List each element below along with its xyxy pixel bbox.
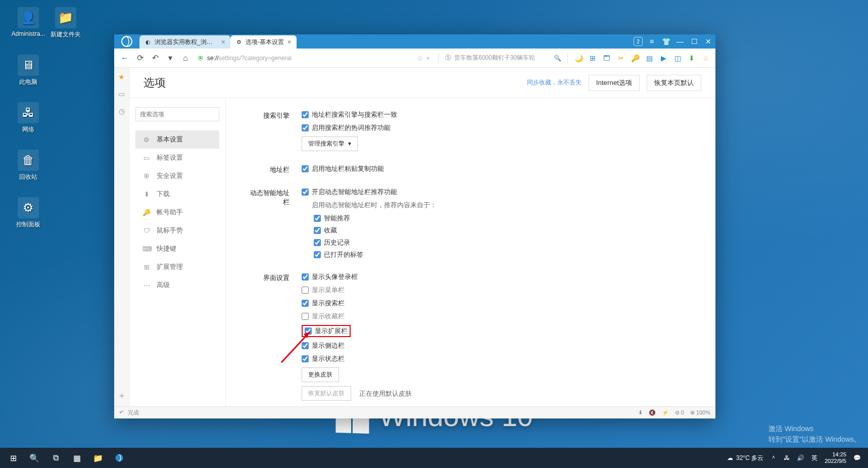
- chk-smart-rec[interactable]: 智能推荐: [314, 214, 363, 223]
- add-panel-button[interactable]: ＋: [118, 391, 126, 401]
- tab-0[interactable]: ◐浏览器实用教程_浏览器✕: [139, 35, 230, 49]
- chk-menu-bar[interactable]: 显示菜单栏: [302, 286, 345, 295]
- translate-icon[interactable]: 🗔: [602, 54, 611, 63]
- play-icon[interactable]: ▶: [659, 54, 668, 63]
- chk-search-bar[interactable]: 显示搜索栏: [302, 299, 345, 308]
- maximize-button[interactable]: ☐: [687, 34, 701, 49]
- chk-paste-copy[interactable]: 启用地址栏粘贴复制功能: [302, 164, 384, 173]
- nav-item-6[interactable]: ⌨快捷键: [135, 240, 219, 258]
- nav-item-icon: ⚙: [142, 136, 151, 144]
- address-bar[interactable]: ⛨ se://settings/?category=general ☆ ▾: [195, 52, 432, 65]
- nav-item-0[interactable]: ⚙基本设置: [135, 130, 219, 149]
- desktop-icon-network[interactable]: 🖧网络: [9, 102, 47, 134]
- nav-item-4[interactable]: 🔑帐号助手: [135, 203, 219, 221]
- tab-favicon-icon: ◐: [144, 38, 152, 45]
- admin-icon: 👤: [18, 7, 39, 28]
- search-box[interactable]: Ⓢ 货车散落6000颗钉子30辆车轮 🔍: [445, 54, 561, 62]
- chk-status-bar[interactable]: 显示状态栏: [302, 354, 345, 363]
- restore-defaults-button[interactable]: 恢复本页默认: [647, 75, 701, 91]
- explorer-taskbar-icon[interactable]: 📁: [88, 448, 108, 468]
- tray-volume-icon[interactable]: 🔊: [797, 454, 804, 461]
- menu-icon[interactable]: ≡: [645, 34, 659, 49]
- nav-item-label: 下载: [157, 190, 170, 199]
- manage-search-engines-button[interactable]: 管理搜索引擎 ▾: [302, 136, 358, 151]
- window-icon[interactable]: ◫: [673, 54, 682, 63]
- tab-close-icon[interactable]: ✕: [287, 39, 292, 45]
- ime-indicator[interactable]: 英: [811, 454, 817, 462]
- apps-grid-button[interactable]: ▦: [67, 448, 87, 468]
- chk-fav-bar[interactable]: 显示收藏栏: [302, 312, 345, 321]
- dropdown-icon[interactable]: ▾: [165, 53, 176, 64]
- search-button[interactable]: 🔍: [24, 448, 44, 468]
- close-button[interactable]: ✕: [701, 34, 715, 49]
- task-view-button[interactable]: ⧉: [45, 448, 66, 468]
- reload-button[interactable]: ⟳: [134, 53, 146, 64]
- compat-icon[interactable]: ⚡: [662, 409, 669, 416]
- start-button[interactable]: ⊞: [3, 448, 23, 468]
- mute-icon[interactable]: 🔇: [649, 409, 656, 416]
- desktop-icon-thispc[interactable]: 🖥此电脑: [9, 55, 47, 86]
- change-skin-button[interactable]: 更换皮肤: [302, 367, 339, 382]
- smart-addr-desc: 启用动态智能地址栏时，推荐内容来自于：: [302, 201, 437, 210]
- browser-window: ◐浏览器实用教程_浏览器✕⚙选项-基本设置✕ 2 ≡ 👕 — ☐ ✕ ← ⟳ ↶…: [114, 34, 715, 418]
- chk-side-bar[interactable]: 显示侧边栏: [302, 341, 345, 350]
- download-status-icon[interactable]: ⬇: [638, 409, 643, 416]
- key-icon[interactable]: 🔑: [631, 54, 640, 63]
- chk-favorites[interactable]: 收藏: [314, 226, 363, 235]
- grid-icon[interactable]: ⊞: [588, 54, 597, 63]
- tab-close-icon[interactable]: ✕: [221, 39, 225, 45]
- desktop-icon-recycle[interactable]: 🗑回收站: [9, 150, 47, 181]
- chk-addr-search-sync[interactable]: 地址栏搜索引擎与搜索栏一致: [302, 110, 397, 119]
- history-icon[interactable]: ◷: [119, 107, 125, 115]
- sync-link[interactable]: 同步收藏，永不丢失: [527, 78, 582, 87]
- back-button[interactable]: ←: [119, 53, 130, 64]
- skin-icon[interactable]: 👕: [659, 34, 673, 49]
- reading-icon[interactable]: ▭: [118, 90, 125, 98]
- search-engine-icon[interactable]: Ⓢ: [445, 54, 451, 62]
- nav-item-7[interactable]: ⊞扩展管理: [135, 258, 219, 276]
- chk-hotword[interactable]: 启用搜索栏的热词推荐功能: [302, 123, 391, 132]
- proxy-badge[interactable]: ⊘ 0: [675, 409, 684, 416]
- favorites-icon[interactable]: ★: [118, 73, 125, 81]
- nav-item-5[interactable]: 🛡鼠标手势: [135, 221, 219, 240]
- minimize-button[interactable]: —: [673, 34, 687, 49]
- moon-icon[interactable]: 🌙: [574, 54, 583, 63]
- nav-item-2[interactable]: ⛨安全设置: [135, 167, 219, 185]
- notifications-icon[interactable]: 💬: [853, 454, 861, 461]
- chk-avatar-login[interactable]: 显示头像登录框: [302, 272, 358, 282]
- nav-item-icon: ⊞: [142, 263, 151, 271]
- chk-ext-bar[interactable]: 显示扩展栏: [305, 326, 348, 336]
- tray-chevron-icon[interactable]: ＾: [770, 454, 777, 462]
- star-icon[interactable]: ☆: [701, 54, 710, 63]
- desktop-icon-admin[interactable]: 👤Administra...: [9, 7, 47, 37]
- clock[interactable]: 14:252022/9/5: [825, 451, 846, 464]
- nav-item-1[interactable]: ▭标签设置: [135, 149, 219, 167]
- chk-history[interactable]: 历史记录: [314, 238, 363, 247]
- nav-item-3[interactable]: ⬇下载: [135, 185, 219, 203]
- search-options-input[interactable]: [135, 107, 219, 121]
- bookmark-star-icon[interactable]: ☆: [417, 54, 423, 62]
- search-icon[interactable]: 🔍: [554, 55, 561, 62]
- desktop-icon-controlpanel[interactable]: ⚙控制面板: [9, 197, 47, 229]
- internet-options-button[interactable]: Internet选项: [589, 75, 640, 91]
- nav-item-icon: 🛡: [142, 227, 151, 235]
- tab-count-badge[interactable]: 2: [634, 37, 643, 46]
- note-icon[interactable]: ▤: [645, 54, 654, 63]
- tab-1[interactable]: ⚙选项-基本设置✕: [230, 35, 297, 49]
- chk-open-tabs[interactable]: 已打开的标签: [314, 250, 363, 259]
- download-icon[interactable]: ⬇: [687, 54, 696, 63]
- undo-button[interactable]: ↶: [150, 53, 161, 64]
- settings-nav: ⚙基本设置▭标签设置⛨安全设置⬇下载🔑帐号助手🛡鼠标手势⌨快捷键⊞扩展管理⋯高级: [129, 98, 225, 406]
- undo-close-icon[interactable]: ↶: [119, 409, 124, 416]
- chk-smart-addr[interactable]: 开启动态智能地址栏推荐功能: [302, 188, 397, 197]
- zoom-level[interactable]: ⊕ 100%: [690, 409, 710, 416]
- nav-item-8[interactable]: ⋯高级: [135, 276, 219, 294]
- scissors-icon[interactable]: ✂: [616, 54, 625, 63]
- dropdown-icon[interactable]: ▾: [426, 55, 429, 62]
- browser-taskbar-icon[interactable]: [109, 448, 129, 468]
- recycle-icon: 🗑: [18, 150, 39, 171]
- tray-network-icon[interactable]: 🖧: [784, 454, 790, 461]
- home-button[interactable]: ⌂: [180, 53, 191, 64]
- desktop-icon-newfolder[interactable]: 📁新建文件夹: [46, 7, 85, 39]
- weather-widget[interactable]: ☁ 32°C 多云: [727, 454, 763, 462]
